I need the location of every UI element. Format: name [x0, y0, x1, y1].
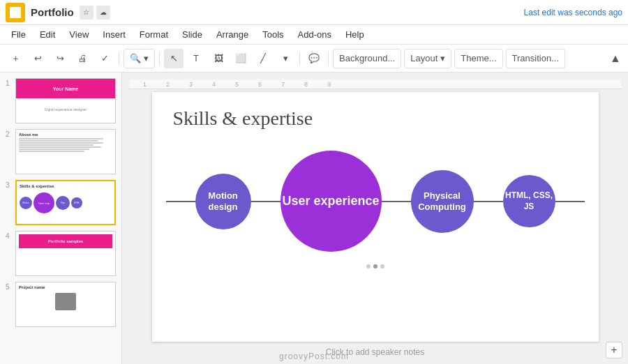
s3c-user: User exp — [33, 192, 54, 213]
circle-physical[interactable]: Physical Computing — [411, 170, 474, 233]
tick-4: 4 — [212, 81, 216, 88]
s3c-physical: Phys — [56, 196, 70, 210]
menu-addons[interactable]: Add-ons — [292, 28, 337, 41]
menu-tools[interactable]: Tools — [257, 28, 289, 41]
cursor-btn[interactable]: ↖ — [164, 49, 184, 68]
undo-btn[interactable]: ↩ — [28, 49, 47, 68]
s1-header: Your Name — [16, 79, 115, 98]
slide-number-4: 4 — [6, 232, 15, 240]
tick-8: 8 — [304, 81, 308, 88]
image-btn[interactable]: 🖼 — [209, 49, 228, 68]
slide-title: Skills & expertise — [152, 92, 599, 137]
tick-6: 6 — [258, 81, 262, 88]
line3 — [19, 142, 103, 144]
menu-bar: File Edit View Insert Format Slide Arran… — [0, 25, 628, 45]
s1-subtitle: Digital experience designer — [45, 107, 87, 112]
slide-item-2[interactable]: 2 About me — [0, 129, 121, 174]
s3-circles: Motion User exp Phys HTML — [20, 192, 112, 213]
text-btn[interactable]: T — [186, 49, 206, 68]
layout-btn[interactable]: Layout ▾ — [404, 49, 451, 68]
line-left — [166, 201, 195, 202]
cloud-icon[interactable]: ☁ — [96, 6, 110, 20]
comment-btn[interactable]: 💬 — [304, 49, 324, 68]
line-mid3 — [474, 201, 503, 202]
slide-thumb-5: Project name — [15, 282, 116, 327]
tick-7: 7 — [281, 81, 285, 88]
redo-btn[interactable]: ↪ — [50, 49, 70, 68]
s4-bar: Portfolio samples — [19, 234, 112, 248]
shape-btn[interactable]: ⬜ — [231, 49, 251, 68]
line7 — [19, 151, 84, 152]
menu-insert[interactable]: Insert — [97, 28, 131, 41]
s3c-motion: Motion — [20, 197, 32, 209]
title-icons: ☆ ☁ — [80, 6, 110, 20]
circles-container: Motion design User experience Physical C… — [152, 144, 599, 259]
menu-file[interactable]: File — [6, 28, 31, 41]
slide-item-5[interactable]: 5 Project name — [0, 282, 121, 327]
slide-item-4[interactable]: 4 Portfolio samples — [0, 231, 121, 276]
menu-slide[interactable]: Slide — [177, 28, 208, 41]
line-btn[interactable]: ╱ — [253, 49, 273, 68]
main-area: 1 Your Name Digital experience designer … — [0, 73, 628, 364]
tick-2: 2 — [166, 81, 170, 88]
background-btn[interactable]: Background... — [333, 49, 401, 68]
zoom-dropdown[interactable]: 🔍 ▾ — [124, 49, 155, 68]
line2 — [19, 140, 98, 142]
menu-edit[interactable]: Edit — [34, 28, 61, 41]
dot3 — [380, 264, 384, 268]
slide-thumb-4: Portfolio samples — [15, 231, 116, 276]
transition-btn[interactable]: Transition... — [506, 49, 565, 68]
slide-item-3[interactable]: 3 Skills & expertise Motion User exp Phy… — [0, 180, 121, 225]
title-bar: Portfolio ☆ ☁ Last edit was seconds ago — [0, 0, 628, 25]
collapse-toolbar-btn[interactable]: ▲ — [608, 52, 622, 66]
spell-btn[interactable]: ✓ — [95, 49, 114, 68]
menu-view[interactable]: View — [63, 28, 94, 41]
slide-number-1: 1 — [6, 79, 15, 87]
add-btn[interactable]: ＋ — [6, 49, 25, 68]
star-icon[interactable]: ☆ — [80, 6, 94, 20]
add-page-btn[interactable]: + — [606, 342, 622, 358]
toolbar: ＋ ↩ ↪ 🖨 ✓ 🔍 ▾ ↖ T 🖼 ⬜ ╱ ▾ 💬 Background..… — [0, 45, 628, 73]
circle-html[interactable]: HTML, CSS, JS — [503, 175, 555, 227]
s1-name: Your Name — [53, 86, 78, 91]
menu-help[interactable]: Help — [340, 28, 370, 41]
sep3 — [299, 52, 300, 66]
tick-9: 9 — [327, 81, 331, 88]
menu-arrange[interactable]: Arrange — [211, 28, 254, 41]
line6 — [19, 149, 89, 150]
line4 — [19, 144, 94, 146]
slide-thumb-1: Your Name Digital experience designer — [15, 78, 116, 123]
s2-title: About me — [19, 132, 112, 137]
theme-btn[interactable]: Theme... — [454, 49, 502, 68]
scroll-dots — [152, 259, 599, 274]
s2-lines — [19, 138, 112, 152]
s4-text: Portfolio samples — [48, 239, 83, 243]
slide-item-1[interactable]: 1 Your Name Digital experience designer — [0, 78, 121, 123]
slide-number-5: 5 — [6, 283, 15, 291]
circle-motion-label: Motion design — [195, 190, 251, 212]
sep2 — [159, 52, 160, 66]
circle-user[interactable]: User experience — [281, 151, 382, 252]
circle-user-label: User experience — [282, 194, 379, 209]
s5-device-icon — [55, 293, 76, 310]
doc-title[interactable]: Portfolio — [31, 6, 74, 18]
s1-body: Digital experience designer — [16, 98, 115, 116]
print-btn[interactable]: 🖨 — [73, 49, 92, 68]
dot1 — [366, 264, 371, 268]
menu-format[interactable]: Format — [134, 28, 174, 41]
more-btn[interactable]: ▾ — [276, 49, 295, 68]
slide-number-3: 3 — [6, 181, 15, 189]
slide-thumb-3: Skills & expertise Motion User exp Phys … — [15, 180, 116, 225]
slides-panel: 1 Your Name Digital experience designer … — [0, 73, 122, 364]
app-icon — [6, 3, 25, 22]
circle-html-label: HTML, CSS, JS — [503, 190, 555, 212]
canvas-area: 1 2 3 4 5 6 7 8 9 Skills & expertise Mot… — [122, 73, 628, 364]
slide-canvas[interactable]: Skills & expertise Motion design User ex… — [152, 92, 599, 342]
s3c-html: HTML — [71, 197, 82, 208]
tick-3: 3 — [189, 81, 193, 88]
line-mid2 — [382, 201, 411, 202]
zoom-value: ▾ — [144, 53, 149, 63]
circle-motion[interactable]: Motion design — [195, 174, 251, 229]
dot2 — [373, 264, 377, 268]
zoom-icon: 🔍 — [130, 53, 141, 63]
